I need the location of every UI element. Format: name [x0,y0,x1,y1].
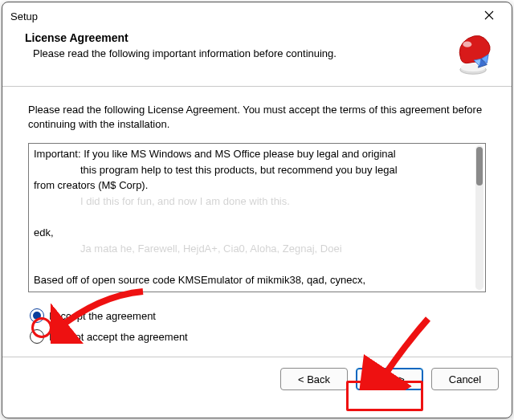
license-textbox[interactable]: Important: If you like MS Windows and MS… [28,143,486,292]
window-close-button[interactable] [473,4,505,27]
svg-point-4 [463,42,471,47]
setup-window: Setup License Agreement Please read the … [2,2,512,418]
back-button[interactable]: < Back [280,368,348,390]
header-panel: License Agreement Please read the follow… [2,28,512,86]
radio-label: I accept the agreement [49,310,156,322]
scrollbar-thumb[interactable] [476,147,483,186]
close-icon [484,10,494,20]
radio-accept[interactable]: I accept the agreement [30,308,486,323]
page-subtitle: Please read the following important info… [25,47,497,59]
page-title: License Agreement [25,31,497,44]
scrollbar[interactable] [475,145,483,290]
titlebar: Setup [2,2,512,28]
agreement-radio-group: I accept the agreement I do not accept t… [28,308,486,344]
cancel-button[interactable]: Cancel [431,368,499,390]
app-logo-icon [451,30,497,76]
next-button[interactable]: Next > [356,368,423,390]
radio-icon [30,308,44,323]
window-title: Setup [10,9,38,22]
button-bar: < Back Next > Cancel [2,357,512,401]
instruction-text: Please read the following License Agreem… [28,103,486,132]
radio-decline[interactable]: I do not accept the agreement [30,329,486,344]
radio-label: I do not accept the agreement [49,331,188,343]
license-text: Important: If you like MS Windows and MS… [34,147,480,292]
radio-icon [30,329,44,344]
content-area: Please read the following License Agreem… [2,87,512,357]
